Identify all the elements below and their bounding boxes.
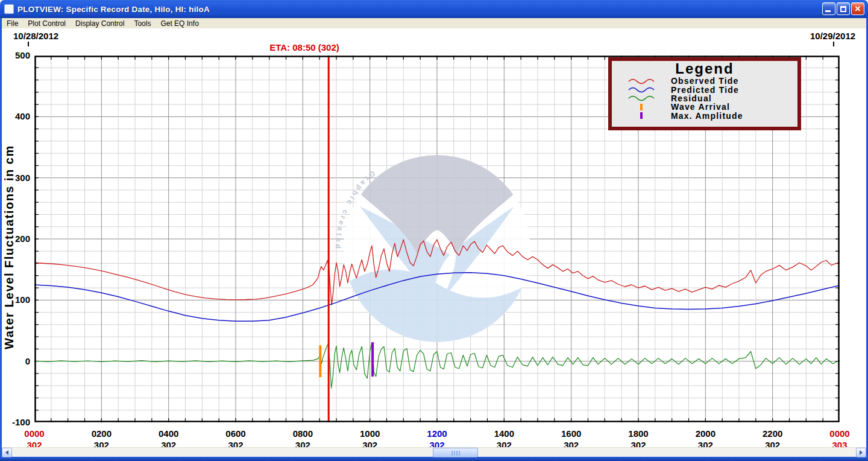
menu-item-display-control[interactable]: Display Control xyxy=(71,19,129,28)
maximize-icon xyxy=(840,6,846,12)
minimize-button[interactable] xyxy=(822,2,835,15)
minimize-icon xyxy=(825,10,831,12)
y-tick--100: -100 xyxy=(5,417,30,427)
legend-item-observed-tide: Observed Tide xyxy=(612,77,797,85)
plot-content-area: 10/28/2012 10/29/2012 ETA: 08:50 (302) W… xyxy=(2,28,866,447)
horizontal-scrollbar[interactable] xyxy=(2,447,866,457)
x-tick-time-8: 1600 xyxy=(552,428,591,439)
date-tick-left xyxy=(28,42,29,46)
x-tick-time-7: 1400 xyxy=(485,428,523,439)
maximize-button[interactable] xyxy=(837,2,850,15)
x-tick-time-10: 2000 xyxy=(686,428,725,439)
y-axis-title: Water Level Fluctuations in cm xyxy=(2,100,18,395)
scroll-left-icon xyxy=(5,450,8,455)
x-tick-time-12: 0000 xyxy=(820,428,859,439)
legend-vbar-icon xyxy=(627,112,655,119)
app-icon xyxy=(4,4,14,14)
y-tick-500: 500 xyxy=(5,50,30,60)
legend-wave-icon xyxy=(627,77,655,85)
date-label-left: 10/28/2012 xyxy=(13,31,58,41)
plotview-window: PLOTVIEW: Specific Record Date, Hilo, HI… xyxy=(0,0,868,461)
menu-bar: FilePlot ControlDisplay ControlToolsGet … xyxy=(2,18,866,28)
x-tick-time-1: 0200 xyxy=(82,428,121,439)
legend-vbar-icon xyxy=(627,103,655,111)
menu-item-get-eq-info[interactable]: Get EQ Info xyxy=(156,19,203,28)
x-tick-time-2: 0400 xyxy=(149,428,188,439)
scrollbar-thumb[interactable] xyxy=(433,448,478,457)
eta-label: ETA: 08:50 (302) xyxy=(244,42,365,52)
scroll-right-icon xyxy=(860,450,863,455)
scroll-left-button[interactable] xyxy=(2,448,12,457)
x-tick-time-9: 1800 xyxy=(619,428,658,439)
y-tick-400: 400 xyxy=(5,111,30,121)
close-button[interactable]: ✕ xyxy=(851,2,864,15)
title-bar[interactable]: PLOTVIEW: Specific Record Date, Hilo, HI… xyxy=(0,0,868,18)
menu-item-file[interactable]: File xyxy=(2,19,23,28)
y-tick-200: 200 xyxy=(5,234,30,244)
x-tick-time-4: 0800 xyxy=(283,428,322,439)
legend-title: Legend xyxy=(612,61,797,77)
x-tick-time-0: 0000 xyxy=(15,428,54,439)
x-tick-time-6: 1200 xyxy=(418,428,456,439)
scrollbar-grip xyxy=(451,451,460,456)
x-tick-time-5: 1000 xyxy=(351,428,389,439)
legend-item-predicted-tide: Predicted Tide xyxy=(612,85,797,94)
legend-wave-icon xyxy=(627,86,655,94)
window-title: PLOTVIEW: Specific Record Date, Hilo, HI… xyxy=(17,5,210,14)
legend-label: Max. Amplitude xyxy=(671,111,743,121)
legend-item-wave-arrival: Wave Arrival xyxy=(612,103,797,111)
close-icon: ✕ xyxy=(852,4,864,13)
y-tick-100: 100 xyxy=(5,294,30,305)
y-tick-0: 0 xyxy=(5,356,30,366)
date-tick-right xyxy=(833,42,834,46)
window-border-bottom xyxy=(0,457,868,461)
scroll-right-button[interactable] xyxy=(856,448,866,457)
y-tick-300: 300 xyxy=(5,173,30,183)
legend-box: Legend Observed TidePredicted TideResidu… xyxy=(608,57,801,130)
legend-wave-icon xyxy=(627,94,655,102)
legend-item-max-amplitude: Max. Amplitude xyxy=(612,112,797,120)
legend-item-residual: Residual xyxy=(612,94,797,103)
x-tick-time-3: 0600 xyxy=(216,428,255,439)
menu-item-plot-control[interactable]: Plot Control xyxy=(23,19,71,28)
date-label-right: 10/29/2012 xyxy=(810,31,855,41)
menu-item-tools[interactable]: Tools xyxy=(129,19,156,28)
x-tick-time-11: 2200 xyxy=(753,428,792,439)
